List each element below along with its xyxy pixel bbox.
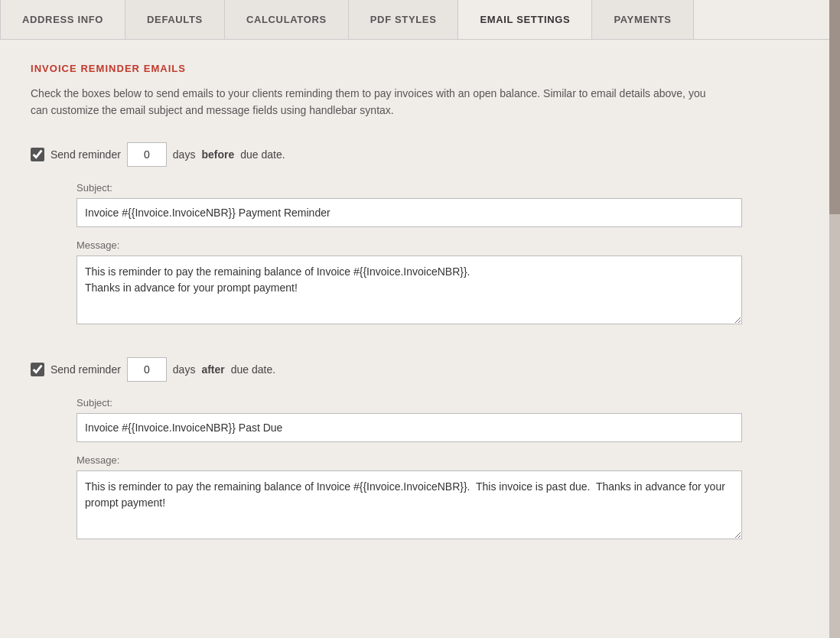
after-subject-group: Subject: bbox=[77, 397, 780, 442]
before-message-textarea[interactable] bbox=[77, 256, 742, 324]
reminder-block-after: Send reminder days after due date. Subje… bbox=[31, 357, 780, 542]
after-subject-input[interactable] bbox=[77, 413, 742, 442]
tab-pdf-styles[interactable]: PDF STYLES bbox=[349, 0, 459, 39]
after-message-group: Message: bbox=[77, 454, 780, 542]
scrollbar[interactable] bbox=[829, 0, 840, 638]
reminder-before-checkbox[interactable] bbox=[31, 148, 44, 161]
reminder-row-after: Send reminder days after due date. bbox=[31, 357, 780, 382]
reminder-after-days-label: days bbox=[173, 363, 196, 376]
tab-defaults[interactable]: DEFAULTS bbox=[125, 0, 225, 39]
reminder-after-timing: after bbox=[201, 363, 224, 376]
reminder-before-timing: before bbox=[201, 148, 234, 161]
section-description: Check the boxes below to send emails to … bbox=[31, 85, 719, 119]
reminder-row-before: Send reminder days before due date. bbox=[31, 142, 780, 167]
before-subject-label: Subject: bbox=[77, 182, 780, 194]
reminder-before-days-input[interactable] bbox=[127, 142, 167, 167]
tab-email-settings[interactable]: EMAIL SETTINGS bbox=[458, 0, 592, 39]
reminder-before-days-label: days bbox=[173, 148, 196, 161]
reminder-after-checkbox[interactable] bbox=[31, 363, 44, 376]
reminder-block-before: Send reminder days before due date. Subj… bbox=[31, 142, 780, 327]
main-content: INVOICE REMINDER EMAILS Check the boxes … bbox=[0, 40, 811, 595]
tab-address-info[interactable]: ADDRESS INFO bbox=[0, 0, 125, 39]
after-message-label: Message: bbox=[77, 454, 780, 466]
reminder-before-after-label: due date. bbox=[240, 148, 285, 161]
scrollbar-thumb[interactable] bbox=[829, 0, 840, 214]
after-subject-label: Subject: bbox=[77, 397, 780, 409]
tab-payments[interactable]: PAYMENTS bbox=[592, 0, 693, 39]
before-subject-group: Subject: bbox=[77, 182, 780, 227]
tab-navigation: ADDRESS INFO DEFAULTS CALCULATORS PDF ST… bbox=[0, 0, 840, 40]
before-message-label: Message: bbox=[77, 239, 780, 251]
reminder-after-send-label: Send reminder bbox=[50, 363, 121, 376]
reminder-before-send-label: Send reminder bbox=[50, 148, 121, 161]
reminder-after-days-input[interactable] bbox=[127, 357, 167, 382]
before-subject-input[interactable] bbox=[77, 198, 742, 227]
after-message-textarea[interactable] bbox=[77, 470, 742, 539]
reminder-after-after-label: due date. bbox=[231, 363, 275, 376]
before-message-group: Message: bbox=[77, 239, 780, 327]
tab-calculators[interactable]: CALCULATORS bbox=[225, 0, 349, 39]
section-heading: INVOICE REMINDER EMAILS bbox=[31, 63, 780, 74]
